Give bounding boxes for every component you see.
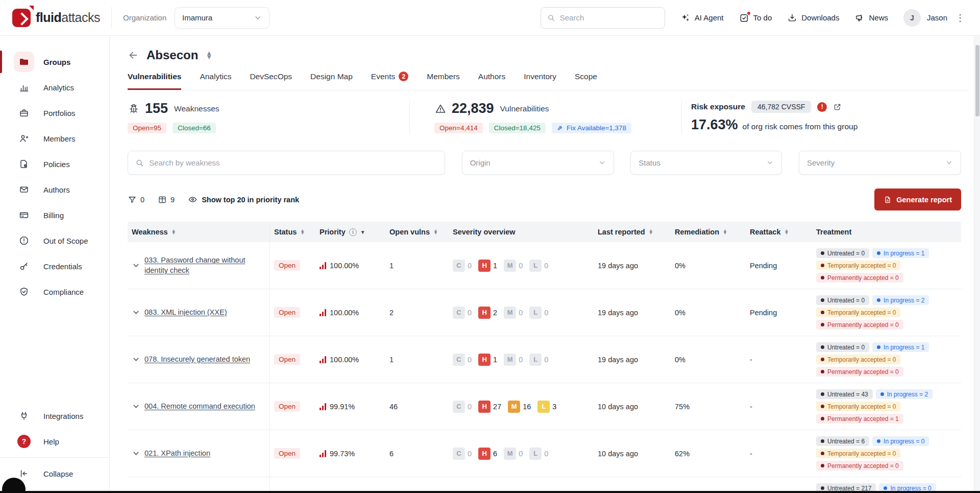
show-top-20-toggle[interactable]: Show top 20 in priority rank [188,195,299,204]
expand-chevron-icon[interactable] [132,449,140,458]
tab-scope[interactable]: Scope [575,72,597,90]
status-dot-icon [877,345,880,349]
filters-row: Origin Status Severity [128,151,961,175]
tab-design-map[interactable]: Design Map [310,72,353,90]
column-header-open-vulns[interactable]: Open vulns▲▼ [385,222,449,242]
column-header-status[interactable]: Status▲▼ [270,222,315,242]
todo-button[interactable]: To do [739,13,772,23]
brand-bold: fluid [36,10,61,25]
plug-icon [14,406,34,426]
sidebar-item-credentials[interactable]: Credentials [0,253,109,279]
weakness-search-input[interactable] [149,158,437,167]
column-header-remediation[interactable]: Remediation▲▼ [671,222,746,242]
column-header-priority[interactable]: Priorityi▼ [315,222,385,242]
tab-devsecops[interactable]: DevSecOps [250,72,292,90]
severity-m-pill: M [504,354,516,366]
weakness-link[interactable]: 083. XML injection (XXE) [144,308,227,316]
tab-analytics[interactable]: Analytics [200,72,231,90]
sidebar-item-billing[interactable]: Billing [0,202,109,228]
tab-inventory[interactable]: Inventory [524,72,556,90]
download-icon [787,13,797,23]
severity-filter-select[interactable]: Severity [799,151,961,175]
treatment-temporarily-accepted-pill: Temporarily accepted = 0 [816,449,900,458]
status-filter-select[interactable]: Status [630,151,782,175]
sparkles-icon [680,13,691,23]
nav-divider [111,7,112,29]
tab-vulnerabilities[interactable]: Vulnerabilities [128,72,181,90]
severity-h-pill: H [478,448,491,460]
table-body: 033. Password change without identity ch… [128,242,961,493]
organization-value: Imamura [182,13,212,22]
back-arrow-icon[interactable] [128,50,139,61]
downloads-button[interactable]: Downloads [787,13,839,23]
funnel-icon [128,195,137,204]
expand-chevron-icon[interactable] [132,355,140,364]
sidebar-item-portfolios[interactable]: Portfolios [0,100,109,126]
sidebar-item-help[interactable]: ?Help [0,429,109,454]
sidebar-item-out-of-scope[interactable]: Out of Scope [0,228,109,253]
severity-l-pill: L [529,448,542,460]
page-title: Absecon [146,48,198,62]
column-header-treatment: Treatment [812,222,961,242]
columns-button[interactable]: 9 [158,195,175,204]
sidebar-item-members[interactable]: Members [0,126,109,151]
status-dot-icon [821,251,824,255]
tab-authors[interactable]: Authors [478,72,505,90]
weakness-link[interactable]: 078. Insecurely generated token [144,355,250,363]
priority-bars-icon [320,356,326,363]
filters-button[interactable]: 0 [128,195,144,204]
scrollbar-thumb[interactable] [975,45,979,116]
organization-select[interactable]: Imamura [175,7,270,29]
column-header-weakness[interactable]: Weakness▲▼ [128,222,270,242]
severity-c-count: 0 [468,403,472,411]
column-header-last-reported[interactable]: Last reported▲▼ [594,222,671,242]
tab-events[interactable]: Events2 [371,72,408,90]
risk-info-icon[interactable]: ! [817,102,827,112]
group-switcher-icon[interactable]: ▲▼ [206,51,212,59]
table-header: Weakness▲▼ Status▲▼ Priorityi▼ Open vuln… [128,222,961,242]
external-link-icon[interactable] [833,103,842,111]
expand-chevron-icon[interactable] [132,308,140,317]
treatment-untreated-pill: Untreated = 43 [816,389,873,399]
treatment-cell: Untreated = 6In progress = 0Temporarily … [812,430,961,477]
sidebar-item-authors[interactable]: Authors [0,177,109,202]
weaknesses-count: 155 [145,101,168,116]
priority-cell: 100.00% [315,242,385,289]
expand-chevron-icon[interactable] [132,402,140,411]
sidebar-item-groups[interactable]: Groups [0,49,109,75]
weakness-link[interactable]: 004. Remote command execution [144,402,255,410]
page-scrollbar[interactable] [974,36,980,493]
table-row: 033. Password change without identity ch… [128,242,961,289]
sidebar-item-integrations[interactable]: Integrations [0,403,109,429]
sidebar-item-compliance[interactable]: Compliance [0,279,109,304]
global-search[interactable] [541,7,665,29]
weakness-link[interactable]: 021. XPath injection [144,449,210,457]
vulns-fix-available-pill[interactable]: Fix Available=1,378 [552,123,631,133]
news-button[interactable]: News [854,13,888,23]
priority-info-icon[interactable]: i [349,228,357,236]
ai-agent-button[interactable]: AI Agent [680,13,724,23]
user-avatar[interactable]: J [903,9,921,27]
status-dot-icon [821,276,824,279]
origin-filter-select[interactable]: Origin [462,151,614,175]
collapse-label: Collapse [43,469,73,478]
fluidattacks-logo[interactable]: fluidattacks [12,9,100,27]
todo-label: To do [753,13,772,22]
last-reported-cell: 19 days ago [594,242,671,289]
expand-chevron-icon[interactable] [132,261,140,270]
generate-report-button[interactable]: Generate report [874,189,961,210]
sidebar-item-label: Members [43,134,76,143]
tab-members[interactable]: Members [427,72,460,90]
severity-m-count: 16 [523,403,531,411]
status-dot-icon [821,486,824,490]
weakness-search[interactable] [128,151,445,175]
weakness-link[interactable]: 033. Password change without identity ch… [144,256,246,274]
column-header-reattack[interactable]: Reattack▲▼ [746,222,812,242]
table-row: 083. XML injection (XXE)Open100.00%2C0H2… [128,289,961,336]
sidebar-item-policies[interactable]: Policies [0,151,109,177]
vulns-open-pill: Open=4,414 [434,123,483,133]
user-menu-kebab-icon[interactable]: ⋮ [953,12,967,24]
global-search-input[interactable] [560,13,658,22]
sidebar-item-analytics[interactable]: Analytics [0,75,109,100]
status-dot-icon [821,452,824,455]
